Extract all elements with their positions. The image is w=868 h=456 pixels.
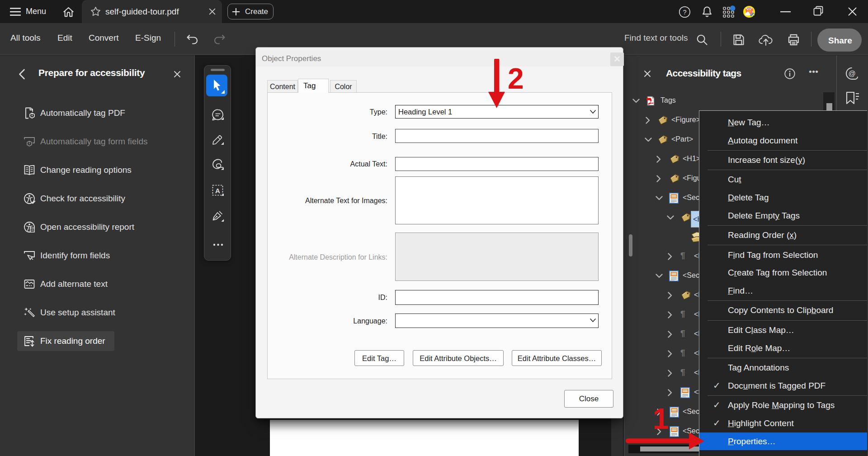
svg-text:A: A [215, 187, 220, 195]
svg-text:@: @ [848, 70, 855, 77]
svg-text:?: ? [683, 9, 686, 16]
